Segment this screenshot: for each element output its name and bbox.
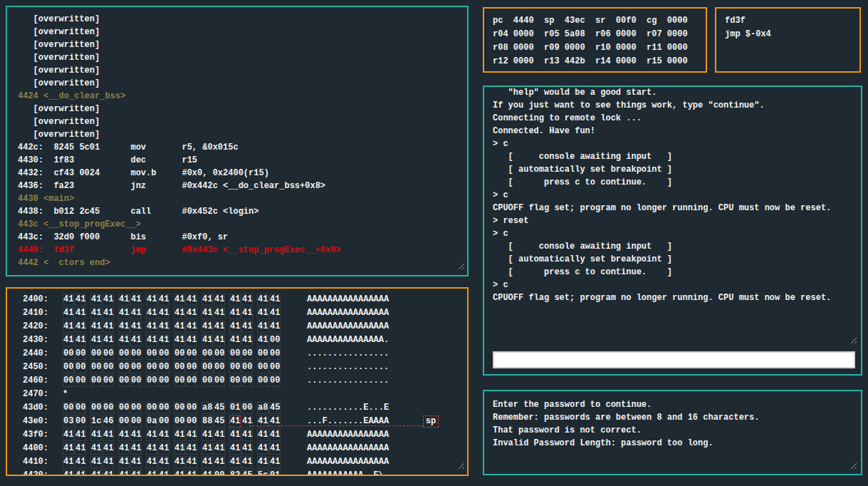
memory-byte[interactable]: 41 — [229, 334, 241, 346]
memory-byte[interactable]: 41 — [186, 307, 197, 319]
memory-byte[interactable]: 41 — [130, 321, 142, 333]
memory-byte[interactable]: 00 — [269, 375, 281, 387]
memory-byte[interactable]: 00 — [63, 361, 74, 373]
memory-byte[interactable]: 00 — [130, 402, 142, 414]
memory-byte[interactable]: 00 — [146, 361, 157, 373]
memory-byte[interactable]: 41 — [257, 443, 268, 455]
memory-byte[interactable]: 41 — [186, 456, 197, 468]
memory-byte[interactable]: 00 — [214, 348, 225, 360]
memory-byte[interactable]: 41 — [158, 470, 169, 475]
memory-byte[interactable]: 41 — [202, 334, 213, 346]
memory-byte[interactable]: 41 — [63, 456, 74, 468]
disasm-line[interactable]: [overwritten] — [18, 103, 467, 115]
memory-byte[interactable]: 41 — [103, 294, 114, 306]
resize-handle-icon[interactable] — [458, 462, 465, 472]
memory-byte[interactable]: 00 — [103, 375, 114, 387]
memory-byte[interactable]: 00 — [174, 361, 185, 373]
memory-row[interactable]: 2400:41414141414141414141414141414141AAA… — [13, 293, 467, 306]
memory-byte[interactable]: 41 — [130, 470, 142, 475]
memory-byte[interactable]: 41 — [202, 294, 213, 306]
memory-byte[interactable]: 41 — [146, 456, 157, 468]
memory-byte[interactable]: 00 — [229, 361, 241, 373]
memory-byte[interactable]: 00 — [158, 375, 169, 387]
memory-byte[interactable]: 00 — [90, 375, 102, 387]
register-row[interactable]: r12 0000 r13 442b r14 0000 r15 0000 — [493, 55, 706, 68]
memory-row[interactable]: 2410:41414141414141414141414141414141AAA… — [13, 306, 467, 320]
memory-byte[interactable]: 41 — [118, 470, 130, 475]
memory-byte[interactable]: 00 — [214, 470, 225, 475]
disasm-line[interactable]: 443c <__stop_progExec__> — [18, 218, 467, 231]
memory-byte[interactable]: 00 — [130, 415, 142, 428]
memory-byte[interactable]: 41 — [241, 321, 253, 333]
memory-byte[interactable]: 00 — [174, 375, 185, 387]
memory-byte[interactable]: 00 — [241, 348, 253, 360]
memory-byte[interactable]: 00 — [130, 375, 142, 387]
memory-byte[interactable]: 41 — [174, 443, 185, 455]
memory-byte[interactable]: 00 — [186, 348, 197, 360]
memory-byte[interactable]: 41 — [174, 456, 185, 468]
memory-byte[interactable]: 00 — [158, 361, 169, 373]
memory-byte[interactable]: 41 — [103, 334, 114, 346]
memory-byte[interactable]: 00 — [269, 361, 281, 373]
memory-byte[interactable]: 00 — [118, 375, 130, 387]
memory-byte[interactable]: 5c — [257, 470, 268, 475]
memory-byte[interactable]: 41 — [90, 294, 102, 306]
memory-byte[interactable]: 00 — [103, 361, 114, 373]
memory-row[interactable]: 43e0:03001c4600000a000000884541414141...… — [13, 415, 467, 428]
memory-byte[interactable]: 00 — [174, 402, 185, 414]
memory-byte[interactable]: 41 — [75, 470, 86, 475]
memory-byte[interactable]: 41 — [158, 307, 169, 319]
memory-byte[interactable]: 00 — [75, 375, 86, 387]
memory-byte[interactable]: 00 — [130, 361, 142, 373]
memory-byte[interactable]: 41 — [214, 443, 225, 455]
memory-byte[interactable]: 41 — [146, 443, 157, 455]
memory-byte[interactable]: 41 — [103, 307, 114, 319]
memory-byte[interactable]: 41 — [241, 456, 253, 468]
memory-row[interactable]: 2420:41414141414141414141414141414141AAA… — [13, 320, 467, 334]
memory-byte[interactable]: 00 — [63, 348, 74, 360]
memory-byte[interactable]: 00 — [202, 348, 213, 360]
memory-byte[interactable]: 41 — [158, 443, 169, 455]
memory-byte[interactable]: 00 — [186, 402, 197, 414]
memory-byte[interactable]: 41 — [118, 443, 130, 455]
memory-byte[interactable]: 41 — [214, 294, 225, 306]
memory-byte[interactable]: 41 — [90, 429, 102, 441]
disasm-line[interactable]: 442c: 8245 5c01 mov r5, &0x015c — [18, 141, 467, 154]
memory-byte[interactable]: 41 — [241, 294, 253, 306]
memory-byte[interactable]: 03 — [63, 415, 74, 428]
memory-byte[interactable]: 41 — [174, 470, 185, 475]
memory-byte[interactable]: 41 — [214, 334, 225, 346]
memory-byte[interactable]: 41 — [229, 321, 241, 333]
memory-byte[interactable]: 41 — [174, 429, 185, 441]
memory-byte[interactable]: 41 — [75, 294, 86, 306]
memory-byte[interactable]: 41 — [214, 456, 225, 468]
memory-byte[interactable]: 00 — [158, 402, 169, 414]
memory-byte[interactable]: 45 — [269, 402, 281, 414]
memory-row[interactable]: 4410:41414141414141414141414141414141AAA… — [13, 455, 467, 469]
memory-byte[interactable]: 41 — [90, 307, 102, 319]
memory-byte[interactable]: 00 — [202, 361, 213, 373]
memory-row[interactable]: 43d0:00000000000000000000a8450100a845...… — [13, 401, 467, 415]
memory-byte[interactable]: 41 — [214, 321, 225, 333]
memory-byte[interactable]: 00 — [186, 361, 197, 373]
memory-byte[interactable]: 41 — [174, 307, 185, 319]
memory-byte[interactable]: 00 — [90, 361, 102, 373]
memory-byte[interactable]: 00 — [118, 402, 130, 414]
memory-byte[interactable]: 00 — [63, 402, 74, 414]
memory-byte[interactable]: 00 — [90, 348, 102, 360]
memory-dump-listing[interactable]: 2400:41414141414141414141414141414141AAA… — [7, 289, 467, 475]
debugger-console-output[interactable]: "help" would be a good start.If you just… — [484, 87, 861, 348]
memory-byte[interactable]: 41 — [257, 456, 268, 468]
disasm-line[interactable]: [overwritten] — [18, 77, 467, 90]
memory-byte[interactable]: 41 — [63, 470, 74, 475]
disasm-line[interactable]: 4432: cf43 0024 mov.b #0x0, 0x2400(r15) — [18, 167, 467, 180]
memory-byte[interactable]: 00 — [174, 348, 185, 360]
memory-byte[interactable]: 00 — [118, 415, 130, 428]
memory-byte[interactable]: 41 — [75, 321, 86, 333]
memory-byte[interactable]: 00 — [158, 415, 169, 428]
memory-byte[interactable]: 00 — [118, 361, 130, 373]
memory-byte[interactable]: 88 — [202, 415, 213, 428]
memory-byte[interactable]: 41 — [257, 321, 268, 333]
memory-byte[interactable]: 41 — [174, 334, 185, 346]
memory-row[interactable]: 2470:* — [13, 388, 467, 401]
